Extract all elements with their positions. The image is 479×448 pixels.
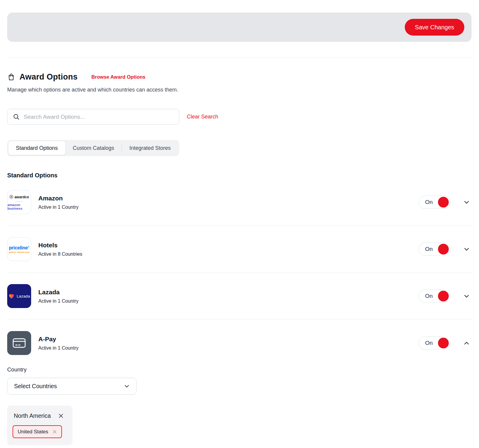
awardco-wordmark: awardco xyxy=(14,195,29,199)
select-countries-value: Select Countries xyxy=(14,383,57,390)
toggle-state-label: On xyxy=(425,246,433,252)
tab-integrated-stores[interactable]: Integrated Stores xyxy=(122,141,178,155)
registered-mark: ® xyxy=(28,245,30,248)
remove-country-button[interactable] xyxy=(51,429,58,435)
search-input[interactable] xyxy=(24,114,174,120)
option-name: Amazon xyxy=(38,195,78,202)
toggle-state-label: On xyxy=(425,340,433,346)
toggle-knob xyxy=(438,291,449,301)
collapse-row-button[interactable] xyxy=(462,338,472,348)
chevron-down-icon xyxy=(463,292,470,300)
amazon-business-wordmark: amazon business xyxy=(7,203,31,210)
awardco-mark-icon: ⓐ xyxy=(9,194,13,200)
credit-card-icon xyxy=(7,331,31,355)
toggle-knob xyxy=(438,244,449,255)
toggle-knob xyxy=(438,197,449,208)
on-off-toggle[interactable]: On xyxy=(419,196,450,209)
option-row-a-pay: A-Pay Active in 1 Country On xyxy=(7,320,472,366)
lazada-heart-icon xyxy=(8,293,15,299)
on-off-toggle[interactable]: On xyxy=(419,289,450,303)
option-name: Hotels xyxy=(38,242,82,249)
region-name: North America xyxy=(14,412,51,419)
toggle-knob xyxy=(438,338,449,348)
expand-row-button[interactable] xyxy=(462,197,472,207)
priceline-wordmark: priceline xyxy=(9,245,28,250)
selected-region-group: North America United States xyxy=(7,406,72,445)
expand-row-button[interactable] xyxy=(462,291,472,301)
chevron-down-icon xyxy=(463,246,470,253)
lazada-wordmark: Lazada xyxy=(17,294,30,298)
clear-search-link[interactable]: Clear Search xyxy=(187,114,218,120)
page-title-row: Award Options Browse Award Options xyxy=(7,72,472,82)
award-options-section: Award Options Browse Award Options Manag… xyxy=(0,72,479,448)
option-status: Active in 1 Country xyxy=(38,345,78,351)
section-divider xyxy=(7,57,472,57)
page-title: Award Options xyxy=(19,72,78,82)
chevron-down-icon xyxy=(123,383,130,390)
partner-network-wordmark: partner network.com xyxy=(9,251,29,253)
lazada-logo: Lazada xyxy=(7,284,31,308)
priceline-partner-network-logo: priceline® partner network.com xyxy=(7,237,31,261)
remove-region-button[interactable] xyxy=(57,412,65,420)
catalog-tabs: Standard Options Custom Catalogs Integra… xyxy=(7,140,179,156)
toggle-state-label: On xyxy=(425,199,433,205)
tab-custom-catalogs[interactable]: Custom Catalogs xyxy=(65,141,122,155)
search-box xyxy=(7,109,179,125)
search-icon xyxy=(13,113,20,120)
list-section-heading: Standard Options xyxy=(7,172,472,179)
country-label: Country xyxy=(7,366,472,373)
chevron-down-icon xyxy=(463,199,470,206)
search-row: Clear Search xyxy=(7,109,472,125)
save-changes-button[interactable]: Save Changes xyxy=(405,19,464,36)
option-row-hotels: priceline® partner network.com Hotels Ac… xyxy=(7,226,472,273)
shopping-bag-icon xyxy=(7,73,15,81)
option-row-amazon: ⓐ awardco amazon business Amazon Active … xyxy=(7,179,472,226)
toolbar: Save Changes xyxy=(7,13,472,42)
a-pay-country-panel: Country Select Countries North America U… xyxy=(7,366,472,448)
option-status: Active in 1 Country xyxy=(38,298,78,304)
logo-divider xyxy=(15,201,23,202)
tab-standard-options[interactable]: Standard Options xyxy=(8,141,65,155)
option-row-lazada: Lazada Lazada Active in 1 Country On xyxy=(7,273,472,320)
country-chip-label: United States xyxy=(18,429,48,435)
close-icon xyxy=(58,413,64,419)
option-name: Lazada xyxy=(38,289,78,296)
awardco-amazon-business-logo: ⓐ awardco amazon business xyxy=(7,190,31,214)
selected-country-chip: United States xyxy=(13,425,62,438)
close-icon xyxy=(52,429,57,434)
on-off-toggle[interactable]: On xyxy=(419,243,450,256)
select-countries-dropdown[interactable]: Select Countries xyxy=(7,378,137,395)
option-status: Active in 8 Countries xyxy=(38,252,82,257)
page-subtitle: Manage which options are active and whic… xyxy=(7,87,472,93)
on-off-toggle[interactable]: On xyxy=(419,336,450,350)
toggle-state-label: On xyxy=(425,293,433,299)
chevron-up-icon xyxy=(463,339,470,347)
browse-award-options-link[interactable]: Browse Award Options xyxy=(91,74,145,80)
option-status: Active in 1 Country xyxy=(38,205,78,210)
expand-row-button[interactable] xyxy=(462,244,472,254)
option-name: A-Pay xyxy=(38,336,78,343)
